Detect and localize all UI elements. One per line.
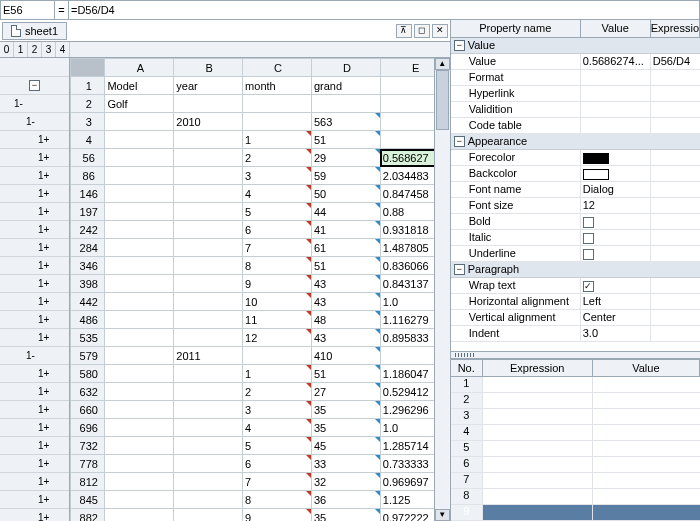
- property-expression[interactable]: [651, 86, 700, 101]
- cell[interactable]: [174, 419, 243, 437]
- column-header-A[interactable]: A: [105, 59, 174, 77]
- expr-cell-value[interactable]: [593, 409, 700, 424]
- property-value[interactable]: [581, 70, 651, 85]
- cell[interactable]: [174, 491, 243, 509]
- row-number[interactable]: 146: [71, 185, 105, 203]
- property-grid[interactable]: −ValueValue0.5686274...D56/D4FormatHyper…: [451, 38, 700, 342]
- cell[interactable]: [174, 239, 243, 257]
- outline-toggle[interactable]: 1+: [0, 238, 69, 256]
- property-row[interactable]: Forecolor: [451, 150, 700, 166]
- cell[interactable]: [105, 311, 174, 329]
- cell[interactable]: 5: [243, 203, 312, 221]
- cell-reference-box[interactable]: [1, 1, 55, 19]
- formula-input[interactable]: [69, 1, 699, 19]
- cell[interactable]: 43: [311, 275, 380, 293]
- cell[interactable]: [174, 455, 243, 473]
- cell[interactable]: [174, 383, 243, 401]
- cell[interactable]: 1: [243, 365, 312, 383]
- cell[interactable]: 9: [243, 275, 312, 293]
- column-header-D[interactable]: D: [311, 59, 380, 77]
- cell[interactable]: [105, 419, 174, 437]
- cell[interactable]: 41: [311, 221, 380, 239]
- row-number[interactable]: 398: [71, 275, 105, 293]
- expr-cell-expression[interactable]: [483, 505, 593, 520]
- expr-cell-value[interactable]: [593, 425, 700, 440]
- expr-cell-expression[interactable]: [483, 409, 593, 424]
- expression-row[interactable]: 6: [451, 457, 700, 473]
- row-number[interactable]: 579: [71, 347, 105, 365]
- outline-toggle[interactable]: 1+: [0, 274, 69, 292]
- property-expression[interactable]: [651, 102, 700, 117]
- property-expression[interactable]: D56/D4: [651, 54, 700, 69]
- cell[interactable]: [174, 95, 243, 113]
- expr-cell-value[interactable]: [593, 441, 700, 456]
- expr-cell-expression[interactable]: [483, 393, 593, 408]
- cell[interactable]: [311, 95, 380, 113]
- cell[interactable]: [105, 329, 174, 347]
- property-expression[interactable]: [651, 294, 700, 309]
- cell[interactable]: [105, 455, 174, 473]
- outline-level-0[interactable]: 0: [0, 42, 14, 57]
- property-expression[interactable]: [651, 310, 700, 325]
- window-minimize-button[interactable]: ⊼: [396, 24, 412, 38]
- cell[interactable]: [105, 365, 174, 383]
- property-row[interactable]: Code table: [451, 118, 700, 134]
- cell[interactable]: 1: [243, 131, 312, 149]
- property-row[interactable]: Font nameDialog: [451, 182, 700, 198]
- outline-toggle[interactable]: 1+: [0, 400, 69, 418]
- cell[interactable]: [174, 293, 243, 311]
- property-row[interactable]: Value0.5686274...D56/D4: [451, 54, 700, 70]
- row-number[interactable]: 845: [71, 491, 105, 509]
- expr-cell-expression[interactable]: [483, 425, 593, 440]
- cell[interactable]: [243, 95, 312, 113]
- cell[interactable]: month: [243, 77, 312, 95]
- row-number[interactable]: 346: [71, 257, 105, 275]
- property-group[interactable]: −Value: [451, 38, 700, 54]
- cell[interactable]: [105, 383, 174, 401]
- cell[interactable]: 43: [311, 293, 380, 311]
- cell[interactable]: 48: [311, 311, 380, 329]
- splitter-handle[interactable]: [451, 351, 700, 359]
- outline-toggle[interactable]: 1-: [0, 346, 69, 364]
- property-row[interactable]: Font size12: [451, 198, 700, 214]
- outline-collapse-icon[interactable]: −: [29, 80, 40, 91]
- outline-toggle[interactable]: 1+: [0, 310, 69, 328]
- cell[interactable]: [174, 509, 243, 522]
- property-group[interactable]: −Appearance: [451, 134, 700, 150]
- property-row[interactable]: Indent3.0: [451, 326, 700, 342]
- expr-cell-value[interactable]: [593, 473, 700, 488]
- expr-cell-value[interactable]: [593, 505, 700, 520]
- column-header-B[interactable]: B: [174, 59, 243, 77]
- minus-icon[interactable]: −: [454, 40, 465, 51]
- outline-level-3[interactable]: 3: [42, 42, 56, 57]
- property-expression[interactable]: [651, 182, 700, 197]
- row-number[interactable]: 660: [71, 401, 105, 419]
- row-number[interactable]: 4: [71, 131, 105, 149]
- outline-toggle[interactable]: 1+: [0, 508, 69, 521]
- cell[interactable]: 6: [243, 455, 312, 473]
- cell[interactable]: [105, 509, 174, 522]
- row-number[interactable]: 242: [71, 221, 105, 239]
- cell[interactable]: 27: [311, 383, 380, 401]
- outline-toggle[interactable]: 1+: [0, 220, 69, 238]
- cell[interactable]: 2010: [174, 113, 243, 131]
- property-row[interactable]: Wrap text✓: [451, 278, 700, 294]
- expression-row[interactable]: 7: [451, 473, 700, 489]
- expression-row[interactable]: 1: [451, 377, 700, 393]
- expression-row[interactable]: 9: [451, 505, 700, 521]
- cell[interactable]: [105, 239, 174, 257]
- property-expression[interactable]: [651, 326, 700, 341]
- cell[interactable]: [174, 437, 243, 455]
- cell[interactable]: 4: [243, 419, 312, 437]
- cell[interactable]: 32: [311, 473, 380, 491]
- minus-icon[interactable]: −: [454, 264, 465, 275]
- cell[interactable]: [105, 131, 174, 149]
- property-row[interactable]: Underline: [451, 246, 700, 262]
- property-expression[interactable]: [651, 198, 700, 213]
- scroll-up-arrow-icon[interactable]: ▲: [435, 58, 450, 70]
- property-expression[interactable]: [651, 70, 700, 85]
- cell[interactable]: [174, 221, 243, 239]
- cell[interactable]: Golf: [105, 95, 174, 113]
- cell[interactable]: [105, 185, 174, 203]
- cell[interactable]: 9: [243, 509, 312, 522]
